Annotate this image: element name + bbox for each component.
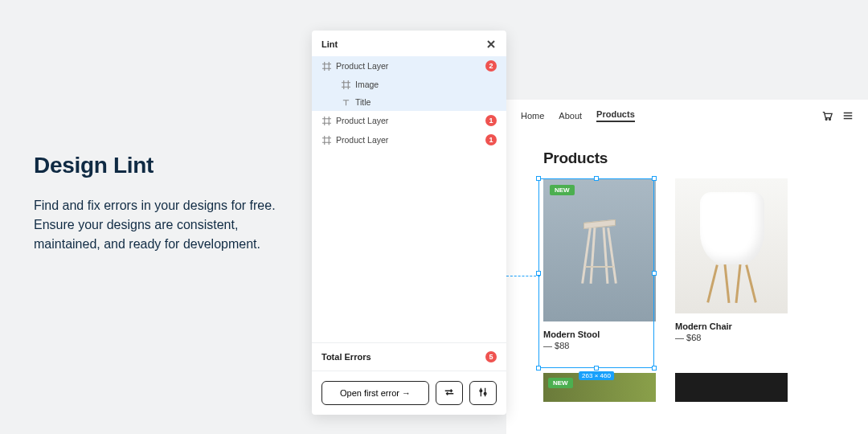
product-image-partial: NEW <box>543 373 656 402</box>
product-card-stool[interactable]: NEW Modern Stool — $88 <box>543 178 656 350</box>
hero-title: Design Lint <box>34 153 283 178</box>
chair-illustration <box>687 186 776 306</box>
lint-panel-title: Lint <box>321 39 338 49</box>
open-first-error-button[interactable]: Open first error → <box>321 381 429 405</box>
text-icon <box>341 97 350 107</box>
layer-row-image[interactable]: Image <box>312 76 506 93</box>
product-image <box>675 178 788 313</box>
product-title: Modern Stool <box>543 330 656 339</box>
refresh-button[interactable] <box>436 381 463 405</box>
cart-icon[interactable] <box>821 110 833 121</box>
error-badge: 1 <box>485 115 497 126</box>
new-tag: NEW <box>550 185 575 195</box>
stool-illustration <box>575 210 624 290</box>
product-price: — $68 <box>675 333 788 342</box>
total-errors-row: Total Errors 5 <box>312 342 506 371</box>
menu-icon[interactable] <box>842 110 854 121</box>
error-badge: 1 <box>485 134 497 145</box>
hero-block: Design Lint Find and fix errors in your … <box>34 153 283 254</box>
panel-button-row: Open first error → <box>312 371 506 415</box>
frame-icon <box>321 116 331 125</box>
error-badge: 2 <box>485 60 497 72</box>
lint-panel-header: Lint <box>312 31 506 56</box>
frame-icon <box>341 80 350 89</box>
refresh-icon <box>444 387 455 399</box>
nav-about[interactable]: About <box>559 111 582 121</box>
settings-button[interactable] <box>469 381 497 405</box>
total-errors-label: Total Errors <box>321 352 371 362</box>
layer-label: Title <box>355 97 497 107</box>
hero-body: Find and fix errors in your designs for … <box>34 196 283 254</box>
lint-panel: Lint Product Layer 2 Image Title Product… <box>312 31 506 415</box>
product-price: — $88 <box>543 341 656 350</box>
product-title: Modern Chair <box>675 321 788 331</box>
frame-icon <box>321 61 331 71</box>
product-grid: NEW Modern Stool — $88 Modern Chair — $6… <box>506 178 868 350</box>
layer-row-title[interactable]: Title <box>312 93 506 111</box>
lower-product-row: NEW <box>506 373 868 402</box>
mock-nav: Home About Products <box>506 100 868 132</box>
layer-list: Product Layer 2 Image Title Product Laye… <box>312 56 506 149</box>
product-image-partial <box>675 373 788 402</box>
layer-label: Product Layer <box>336 135 485 145</box>
layer-row-product-layer[interactable]: Product Layer 2 <box>312 56 506 76</box>
total-errors-badge: 5 <box>485 351 497 362</box>
layer-label: Image <box>355 80 497 89</box>
nav-home[interactable]: Home <box>521 111 544 121</box>
layer-row-product-layer[interactable]: Product Layer 1 <box>312 130 506 149</box>
product-card-chair[interactable]: Modern Chair — $68 <box>675 178 788 350</box>
mock-design-page: Home About Products Products NEW Modern … <box>506 100 868 434</box>
new-tag: NEW <box>548 378 573 388</box>
layer-row-product-layer[interactable]: Product Layer 1 <box>312 111 506 130</box>
sliders-icon <box>477 387 489 399</box>
panel-spacer <box>312 149 506 342</box>
mock-heading: Products <box>506 132 868 178</box>
product-image: NEW <box>543 178 656 321</box>
layer-label: Product Layer <box>336 61 485 71</box>
open-first-error-label: Open first error → <box>340 388 411 398</box>
svg-point-3 <box>829 119 831 121</box>
svg-point-2 <box>825 119 827 121</box>
nav-products[interactable]: Products <box>596 109 635 122</box>
close-icon[interactable] <box>485 39 497 50</box>
layer-label: Product Layer <box>336 116 485 125</box>
frame-icon <box>321 135 331 145</box>
